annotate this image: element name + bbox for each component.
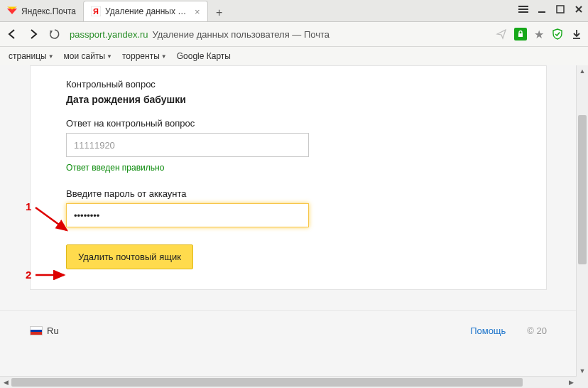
security-question-label: Контрольный вопрос xyxy=(66,79,322,90)
svg-rect-12 xyxy=(518,33,523,37)
chevron-down-icon: ▼ xyxy=(107,53,112,60)
scroll-thumb[interactable] xyxy=(11,378,523,387)
answer-input[interactable]: 11111920 xyxy=(66,133,309,157)
bookmark-folder[interactable]: мои сайты▼ xyxy=(61,50,115,63)
scroll-thumb[interactable] xyxy=(578,115,587,264)
language-switcher[interactable]: Ru xyxy=(30,325,59,336)
svg-line-14 xyxy=(36,208,67,230)
chevron-down-icon: ▼ xyxy=(48,53,54,60)
tab-label: Яндекс.Почта xyxy=(21,6,76,16)
scroll-corner xyxy=(577,377,588,388)
vertical-scrollbar[interactable]: ▲ ▼ xyxy=(576,65,588,377)
url-title: Удаление данных пользователя — Почта xyxy=(153,29,330,40)
password-label: Введите пароль от аккаунта xyxy=(66,188,322,199)
form-card: Контрольный вопрос Дата рождения бабушки… xyxy=(30,65,547,290)
security-lock-icon[interactable] xyxy=(514,28,527,41)
reload-button[interactable] xyxy=(48,28,61,41)
scroll-up-icon[interactable]: ▲ xyxy=(577,65,588,77)
annotation-arrow-2 xyxy=(34,270,68,280)
url-field[interactable]: passport.yandex.ru Удаление данных польз… xyxy=(70,29,487,40)
answer-label: Ответ на контрольный вопрос xyxy=(66,118,322,129)
window-maximize-icon[interactable] xyxy=(554,3,567,16)
back-button[interactable] xyxy=(6,28,18,41)
svg-rect-8 xyxy=(557,6,564,13)
svg-text:Я: Я xyxy=(93,7,99,16)
favicon-yandex: Я xyxy=(91,6,101,16)
protect-shield-icon[interactable] xyxy=(551,28,564,41)
close-tab-icon[interactable]: × xyxy=(195,6,200,17)
answer-success-message: Ответ введен правильно xyxy=(66,163,322,173)
bookmarks-bar: страницы▼ мои сайты▼ торренты▼ Google Ка… xyxy=(0,47,588,66)
bookmark-folder[interactable]: торренты▼ xyxy=(119,50,170,63)
page-content: Контрольный вопрос Дата рождения бабушки… xyxy=(0,65,577,377)
help-link[interactable]: Помощь xyxy=(470,325,506,336)
delete-mailbox-button[interactable]: Удалить почтовый ящик xyxy=(66,244,193,269)
annotation-arrow-1 xyxy=(33,205,72,236)
scroll-left-icon[interactable]: ◀ xyxy=(0,377,11,388)
tab-yandex-mail[interactable]: Яндекс.Почта xyxy=(0,1,83,21)
bookmark-link[interactable]: Google Карты xyxy=(174,50,234,63)
app-menu-icon[interactable] xyxy=(517,3,530,16)
url-domain: passport.yandex.ru xyxy=(70,29,148,40)
bookmark-folder[interactable]: страницы▼ xyxy=(6,50,57,63)
bookmark-star-icon[interactable]: ★ xyxy=(534,28,544,41)
horizontal-scrollbar[interactable]: ◀ ▶ xyxy=(0,376,577,388)
window-close-icon[interactable] xyxy=(572,3,585,16)
password-input[interactable]: •••••••• xyxy=(66,203,309,227)
forward-button[interactable] xyxy=(27,28,40,41)
tab-label: Удаление данных польз xyxy=(105,6,190,16)
new-tab-button[interactable]: + xyxy=(211,4,228,21)
chevron-down-icon: ▼ xyxy=(161,53,167,60)
send-icon[interactable] xyxy=(496,28,507,40)
window-minimize-icon[interactable] xyxy=(535,3,548,16)
scroll-down-icon[interactable]: ▼ xyxy=(577,365,588,377)
scroll-right-icon[interactable]: ▶ xyxy=(565,377,577,388)
favicon-yandex-mail xyxy=(7,6,17,16)
address-bar: passport.yandex.ru Удаление данных польз… xyxy=(0,22,588,47)
tab-delete-data[interactable]: Я Удаление данных польз × xyxy=(83,1,208,21)
page-footer: Ru Помощь © 20 xyxy=(0,310,577,350)
copyright-text: © 20 xyxy=(527,325,547,336)
downloads-icon[interactable] xyxy=(571,28,582,40)
browser-tabstrip: Яндекс.Почта Я Удаление данных польз × + xyxy=(0,0,588,22)
flag-ru-icon xyxy=(30,326,43,335)
security-question-text: Дата рождения бабушки xyxy=(66,94,322,105)
